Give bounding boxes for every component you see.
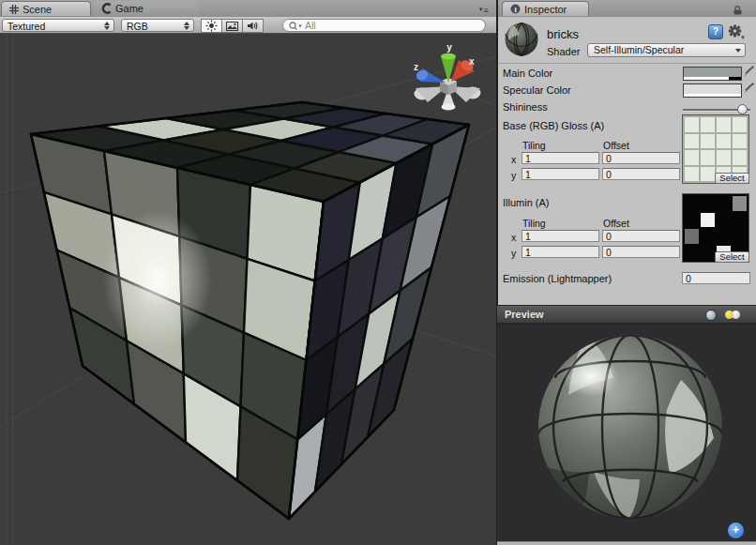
search-icon xyxy=(289,22,302,30)
shader-label: Shader xyxy=(547,46,580,57)
shininess-label: Shininess xyxy=(503,101,548,113)
gizmo-x-label: x xyxy=(469,56,475,67)
shader-value: Self-Illumin/Specular xyxy=(594,44,684,55)
scene-tabstrip: Scene Game ▾≡ xyxy=(0,0,496,17)
base-map-label: Base (RGB) Gloss (A) xyxy=(503,120,604,131)
preview-title: Preview xyxy=(505,309,544,320)
dropdown-arrow-icon xyxy=(735,49,741,53)
illumin-y-label: y xyxy=(511,248,516,259)
tab-game[interactable]: Game xyxy=(94,1,199,16)
main-color-label: Main Color xyxy=(503,68,552,79)
illumin-offset-header: Offset xyxy=(603,218,629,229)
scene-search xyxy=(282,19,486,32)
orientation-gizmo[interactable]: y x z xyxy=(414,42,481,111)
unity-editor-window: Scene Game ▾≡ Textured RGB xyxy=(0,0,756,545)
eyedropper-icon[interactable] xyxy=(743,82,754,96)
color-channels-value: RGB xyxy=(127,21,148,32)
eyedropper-icon[interactable] xyxy=(743,65,754,79)
color-channels-dropdown[interactable]: RGB xyxy=(121,19,194,32)
scene-pane-menu-icon[interactable]: ▾≡ xyxy=(479,6,489,14)
header-divider xyxy=(498,63,756,64)
preview-sphere xyxy=(497,324,756,541)
preview-lighting-button[interactable] xyxy=(723,310,744,321)
preview-area[interactable] xyxy=(497,324,756,541)
illumin-offset-x-input[interactable] xyxy=(602,230,680,242)
illumin-x-label: x xyxy=(511,232,516,243)
add-button[interactable]: + xyxy=(728,522,744,538)
shader-dropdown[interactable]: Self-Illumin/Specular xyxy=(587,43,746,57)
base-select-button[interactable]: Select xyxy=(715,173,749,184)
material-name: bricks xyxy=(547,27,579,41)
image-icon xyxy=(226,22,238,31)
tab-scene-label: Scene xyxy=(23,4,52,15)
preview-header[interactable]: Preview xyxy=(497,305,756,324)
base-tiling-x-input[interactable] xyxy=(522,152,599,164)
window-bottom-edge xyxy=(497,541,756,545)
alpha-bar xyxy=(684,77,741,80)
updown-arrows-icon xyxy=(103,22,111,30)
scene-viewport[interactable]: y x z xyxy=(0,34,497,545)
preview-sphere-button[interactable] xyxy=(705,310,717,321)
emission-label: Emission (Lightmapper) xyxy=(503,273,612,284)
scene-skybox-toggle[interactable] xyxy=(221,19,243,33)
scene-toolbar: Textured RGB xyxy=(0,17,497,34)
illumin-tiling-x-input[interactable] xyxy=(522,230,599,242)
main-color-swatch[interactable] xyxy=(683,67,742,81)
lock-icon[interactable] xyxy=(733,5,743,15)
draw-mode-value: Textured xyxy=(8,21,45,32)
specular-highlight xyxy=(103,210,212,349)
base-offset-x-input[interactable] xyxy=(602,152,680,164)
illumin-map-label: Illumin (A) xyxy=(503,197,550,208)
base-y-label: y xyxy=(511,170,516,181)
illumin-select-button[interactable]: Select xyxy=(715,251,749,263)
alpha-bar xyxy=(684,94,741,97)
tab-inspector-label: Inspector xyxy=(524,4,567,15)
base-tiling-y-input[interactable] xyxy=(522,168,599,180)
base-tiling-header: Tiling xyxy=(522,140,546,151)
tab-game-label: Game xyxy=(115,3,144,14)
scene-audio-toggle[interactable] xyxy=(242,19,264,33)
scene-lighting-toggle[interactable] xyxy=(201,19,222,33)
textured-cube[interactable] xyxy=(31,102,469,519)
help-icon[interactable]: ? xyxy=(708,24,723,39)
emission-input[interactable] xyxy=(682,272,750,284)
gizmo-z-label: z xyxy=(414,62,418,72)
specular-color-label: Specular Color xyxy=(503,84,571,96)
draw-mode-dropdown[interactable]: Textured xyxy=(2,19,114,32)
gizmo-y-label: y xyxy=(446,42,452,53)
illumin-offset-y-input[interactable] xyxy=(602,246,680,258)
tab-scene[interactable]: Scene xyxy=(1,1,91,16)
inspector-tabstrip: i Inspector ▾≡ xyxy=(498,0,756,17)
game-icon xyxy=(101,3,112,14)
scene-grid-icon xyxy=(9,5,19,14)
specular-color-swatch[interactable] xyxy=(683,83,742,98)
search-input[interactable] xyxy=(305,20,464,31)
material-thumbnail[interactable] xyxy=(504,22,539,57)
info-icon: i xyxy=(510,4,521,14)
illumin-tiling-y-input[interactable] xyxy=(522,246,599,258)
svg-text:i: i xyxy=(514,6,516,14)
base-offset-y-input[interactable] xyxy=(602,168,680,180)
gear-icon[interactable] xyxy=(728,24,745,40)
sun-icon xyxy=(205,20,218,32)
speaker-icon xyxy=(247,21,259,31)
slider-thumb[interactable] xyxy=(737,104,748,114)
updown-arrows-icon xyxy=(183,22,190,30)
light-on-icon xyxy=(725,310,733,319)
base-offset-header: Offset xyxy=(603,140,629,151)
tab-inspector[interactable]: i Inspector xyxy=(502,1,589,16)
base-x-label: x xyxy=(511,154,516,165)
illumin-tiling-header: Tiling xyxy=(522,218,546,229)
